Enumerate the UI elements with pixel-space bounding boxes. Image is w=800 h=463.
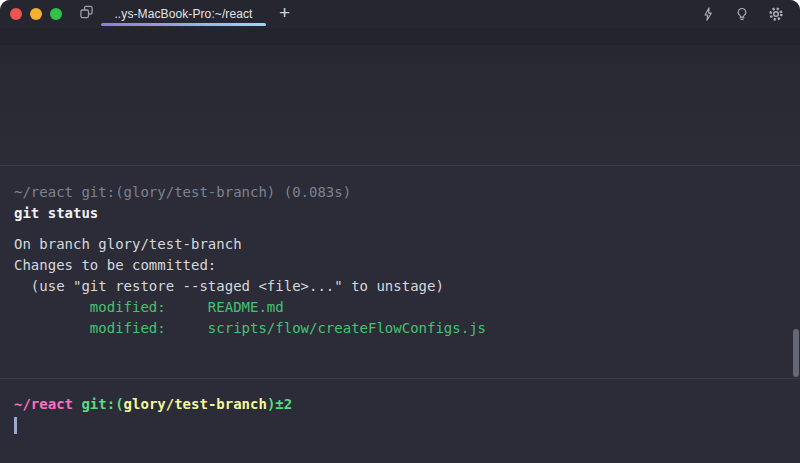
tab-bar: ..ys-MacBook-Pro:~/react + [0, 0, 800, 28]
command-block-previous[interactable]: ~/react git:(glory/test-branch) (0.083s)… [0, 165, 800, 378]
close-button[interactable] [10, 8, 22, 20]
prompt-line-dimmed: ~/react git:(glory/test-branch) (0.083s) [14, 182, 800, 203]
command-block-current[interactable]: ~/react git:(glory/test-branch)±2 [0, 378, 800, 436]
new-tab-button[interactable]: + [275, 3, 294, 25]
tab-active[interactable]: ..ys-MacBook-Pro:~/react [101, 0, 266, 28]
prompt-line-active: ~/react git:(glory/test-branch)±2 [14, 394, 800, 415]
maximize-button[interactable] [50, 8, 62, 20]
command-text: git status [14, 203, 800, 224]
gear-icon[interactable] [768, 6, 784, 22]
lightning-icon[interactable] [701, 6, 716, 22]
output-line: On branch glory/test-branch [14, 234, 800, 255]
tabs-overview-button[interactable] [74, 2, 98, 26]
command-input-line[interactable] [14, 415, 800, 436]
lightbulb-icon[interactable] [735, 6, 749, 22]
output-line: (use "git restore --staged <file>..." to… [14, 276, 800, 297]
scrollback-band [0, 28, 800, 45]
tab-title: ..ys-MacBook-Pro:~/react [114, 7, 252, 21]
output-line: Changes to be committed: [14, 255, 800, 276]
prompt-directory: ~/react [14, 396, 73, 412]
tabbar-actions [701, 6, 800, 22]
prompt-branch-name: glory/test-branch [124, 396, 267, 412]
scrollback-area [0, 45, 800, 165]
active-tab-underline [101, 23, 266, 26]
window-controls [0, 8, 74, 20]
prompt-git-prefix: git:( [73, 396, 124, 412]
staged-file-line: modified: scripts/flow/createFlowConfigs… [14, 318, 800, 339]
tabs-overview-icon [78, 4, 95, 24]
minimize-button[interactable] [30, 8, 42, 20]
text-cursor [14, 417, 17, 434]
scrollbar-thumb[interactable] [793, 329, 799, 377]
staged-file-line: modified: README.md [14, 297, 800, 318]
terminal-window: ..ys-MacBook-Pro:~/react + [0, 0, 800, 463]
prompt-git-suffix: )±2 [267, 396, 292, 412]
command-output: On branch glory/test-branch Changes to b… [14, 234, 800, 339]
